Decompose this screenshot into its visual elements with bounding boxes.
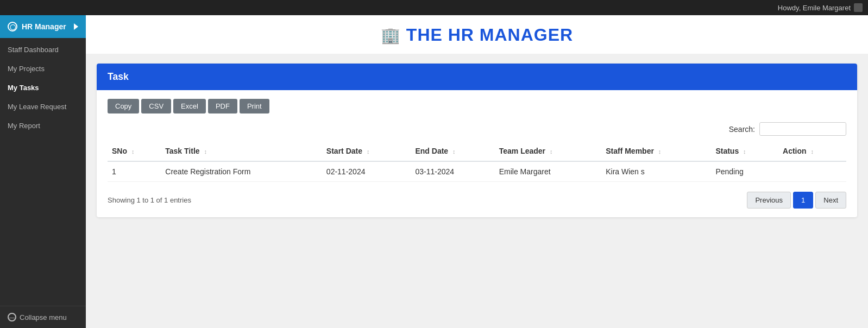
sidebar-item-my-leave-request[interactable]: My Leave Request <box>0 97 86 116</box>
col-team-leader-label: Team Leader <box>499 147 545 155</box>
col-task-title: Task Title ↕ <box>161 141 322 161</box>
row-staff-member: Kira Wien s <box>601 161 711 182</box>
collapse-menu-label: Collapse menu <box>20 313 67 321</box>
card-header-title: Task <box>108 71 129 82</box>
toolbar: Copy CSV Excel PDF Print <box>108 99 846 113</box>
card-body: Copy CSV Excel PDF Print Search: <box>97 90 857 217</box>
sidebar-logo-icon: ◯ <box>8 22 17 31</box>
table-header-row: SNo ↕ Task Title ↕ Start Date ↕ <box>108 141 846 161</box>
collapse-menu-button[interactable]: — Collapse menu <box>0 306 86 328</box>
entries-info: Showing 1 to 1 of 1 entries <box>108 196 191 204</box>
page-title-text: THE HR MANAGER <box>406 25 573 45</box>
sidebar-item-my-tasks[interactable]: My Tasks <box>0 78 86 97</box>
col-status-label: Status <box>715 147 739 155</box>
sidebar: ◯ HR Manager Staff Dashboard My Projects… <box>0 15 86 328</box>
previous-button[interactable]: Previous <box>747 192 791 209</box>
col-end-date-label: End Date <box>415 147 448 155</box>
excel-button[interactable]: Excel <box>173 99 206 113</box>
col-staff-member-label: Staff Member <box>606 147 654 155</box>
csv-button[interactable]: CSV <box>141 99 171 113</box>
col-end-date-sort-icon[interactable]: ↕ <box>452 148 456 155</box>
col-status: Status ↕ <box>711 141 778 161</box>
building-icon: 🏢 <box>381 26 401 45</box>
sidebar-nav: Staff Dashboard My Projects My Tasks My … <box>0 38 86 306</box>
col-sno: SNo ↕ <box>108 141 161 161</box>
user-icon <box>854 3 863 12</box>
task-card: Task Copy CSV Excel PDF Print Search: <box>97 64 857 217</box>
sidebar-arrow-icon <box>74 23 78 30</box>
pagination: Previous 1 Next <box>747 192 846 209</box>
pdf-button[interactable]: PDF <box>208 99 237 113</box>
row-team-leader: Emile Margaret <box>495 161 601 182</box>
sidebar-item-my-projects[interactable]: My Projects <box>0 59 86 78</box>
col-action-label: Action <box>783 147 807 155</box>
col-start-date: Start Date ↕ <box>322 141 411 161</box>
row-status: Pending <box>711 161 778 182</box>
page-title: 🏢 THE HR MANAGER <box>86 25 868 45</box>
col-task-title-sort-icon[interactable]: ↕ <box>204 148 207 155</box>
main-content: 🏢 THE HR MANAGER Task Copy CSV Excel PDF… <box>86 15 868 328</box>
print-button[interactable]: Print <box>240 99 269 113</box>
row-action <box>778 161 846 182</box>
top-bar: Howdy, Emile Margaret <box>0 0 868 15</box>
col-staff-member-sort-icon[interactable]: ↕ <box>658 148 662 155</box>
page-title-area: 🏢 THE HR MANAGER <box>86 15 868 54</box>
col-staff-member: Staff Member ↕ <box>601 141 711 161</box>
sidebar-header[interactable]: ◯ HR Manager <box>0 15 86 38</box>
sidebar-item-my-report[interactable]: My Report <box>0 116 86 135</box>
col-end-date: End Date ↕ <box>411 141 494 161</box>
copy-button[interactable]: Copy <box>108 99 139 113</box>
table-row: 1 Create Registration Form 02-11-2024 03… <box>108 161 846 182</box>
row-task-title: Create Registration Form <box>161 161 322 182</box>
col-status-sort-icon[interactable]: ↕ <box>743 148 746 155</box>
sidebar-app-name: HR Manager <box>22 22 66 31</box>
pagination-area: Showing 1 to 1 of 1 entries Previous 1 N… <box>108 192 846 209</box>
sidebar-item-staff-dashboard[interactable]: Staff Dashboard <box>0 40 86 59</box>
collapse-icon: — <box>8 313 16 321</box>
card-header: Task <box>97 64 857 90</box>
col-sno-label: SNo <box>112 147 127 155</box>
search-label: Search: <box>729 125 755 134</box>
row-end-date: 03-11-2024 <box>411 161 494 182</box>
col-task-title-label: Task Title <box>165 147 199 155</box>
search-row: Search: <box>108 122 846 136</box>
col-sno-sort-icon[interactable]: ↕ <box>131 148 135 155</box>
user-greeting: Howdy, Emile Margaret <box>778 4 851 12</box>
col-action-sort-icon[interactable]: ↕ <box>810 148 814 155</box>
search-input[interactable] <box>759 122 846 136</box>
row-sno: 1 <box>108 161 161 182</box>
col-start-date-sort-icon[interactable]: ↕ <box>367 148 370 155</box>
page-1-button[interactable]: 1 <box>793 192 813 209</box>
col-start-date-label: Start Date <box>326 147 362 155</box>
col-team-leader-sort-icon[interactable]: ↕ <box>550 148 553 155</box>
col-team-leader: Team Leader ↕ <box>495 141 601 161</box>
row-start-date: 02-11-2024 <box>322 161 411 182</box>
task-table: SNo ↕ Task Title ↕ Start Date ↕ <box>108 141 846 182</box>
next-button[interactable]: Next <box>815 192 846 209</box>
col-action: Action ↕ <box>778 141 846 161</box>
